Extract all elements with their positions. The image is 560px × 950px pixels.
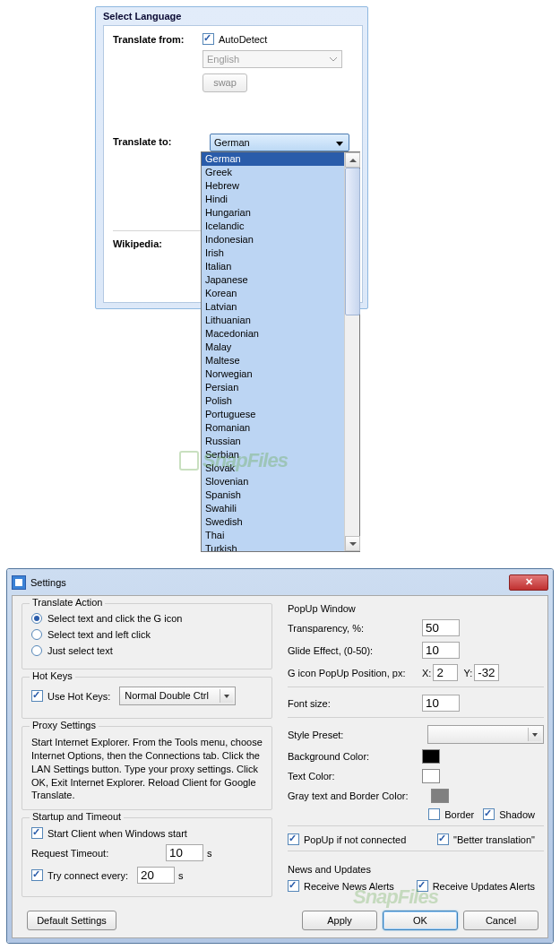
- graycolor-label: Gray text and Border Color:: [288, 790, 431, 801]
- seconds-unit: s: [178, 870, 184, 881]
- popup-group: PopUp Window Transparency, %: Glide Effe…: [286, 603, 546, 864]
- start-client-checkbox[interactable]: Start Client when Windows start: [31, 827, 187, 839]
- radio-label: Select text and left click: [47, 629, 151, 640]
- proxy-instructions: Start Internet Explorer. From the Tools …: [31, 736, 263, 802]
- seconds-unit: s: [207, 848, 212, 859]
- dropdown-option[interactable]: Russian: [202, 435, 344, 448]
- dropdown-option[interactable]: Maltese: [202, 354, 344, 367]
- autodetect-label: AutoDetect: [219, 34, 267, 45]
- popup-legend: PopUp Window: [288, 603, 544, 614]
- radio-option-leftclick[interactable]: Select text and left click: [31, 629, 263, 640]
- translate-to-combo[interactable]: German: [210, 134, 349, 151]
- dropdown-option[interactable]: Lithuanian: [202, 314, 344, 327]
- dropdown-option[interactable]: Swedish: [202, 515, 344, 529]
- try-connect-input[interactable]: [137, 867, 175, 884]
- bgcolor-swatch[interactable]: [422, 749, 440, 764]
- close-button[interactable]: [509, 574, 548, 591]
- fontsize-input[interactable]: [422, 695, 460, 712]
- dropdown-option[interactable]: Irish: [202, 246, 344, 260]
- translate-action-legend: Translate Action: [30, 597, 105, 608]
- watermark: SnapFiles: [179, 449, 288, 472]
- dropdown-option[interactable]: Romanian: [202, 421, 344, 435]
- dropdown-option[interactable]: Polish: [202, 394, 344, 408]
- x-label: X:: [422, 668, 431, 678]
- stylepreset-label: Style Preset:: [288, 730, 368, 740]
- dropdown-option[interactable]: Portuguese: [202, 408, 344, 421]
- try-connect-checkbox[interactable]: Try connect every:: [31, 869, 128, 881]
- popup-notconn-checkbox[interactable]: PopUp if not connected: [288, 833, 406, 845]
- translate-from-combo[interactable]: English: [202, 50, 342, 68]
- hotkeys-group: Hot Keys Use Hot Keys: Normal Double Ctr…: [22, 677, 272, 719]
- dropdown-option[interactable]: Greek: [202, 166, 344, 179]
- gicon-x-input[interactable]: [433, 664, 458, 681]
- updates-alerts-label: Receive Updates Alerts: [433, 881, 535, 892]
- dropdown-option[interactable]: Thai: [202, 529, 344, 542]
- glide-label: Glide Effect, (0-50):: [288, 645, 422, 656]
- startup-legend: Startup and Timeout: [30, 811, 124, 822]
- autodetect-checkbox[interactable]: [202, 33, 214, 45]
- scrollbar[interactable]: [344, 152, 359, 551]
- y-label: Y:: [463, 668, 472, 678]
- dropdown-items: GermanGreekHebrewHindiHungarianIcelandic…: [202, 152, 344, 551]
- dropdown-option[interactable]: Indonesian: [202, 233, 344, 246]
- transparency-label: Transparency, %:: [288, 623, 422, 634]
- dropdown-option[interactable]: Italian: [202, 260, 344, 273]
- swap-button[interactable]: swap: [202, 73, 247, 92]
- dropdown-option[interactable]: Persian: [202, 381, 344, 394]
- try-connect-label: Try connect every:: [47, 870, 128, 881]
- chevron-down-icon: [528, 728, 541, 741]
- dropdown-option[interactable]: Hebrew: [202, 179, 344, 193]
- shadow-checkbox[interactable]: Shadow: [483, 808, 535, 820]
- popup-notconn-label: PopUp if not connected: [304, 834, 406, 845]
- use-hotkeys-checkbox[interactable]: Use Hot Keys:: [31, 690, 110, 702]
- cancel-button[interactable]: Cancel: [463, 911, 538, 930]
- dropdown-option[interactable]: Spanish: [202, 488, 344, 502]
- dropdown-option[interactable]: Norwegian: [202, 367, 344, 381]
- dropdown-option[interactable]: Japanese: [202, 273, 344, 287]
- ok-button[interactable]: OK: [383, 911, 458, 930]
- proxy-legend: Proxy Settings: [30, 720, 99, 730]
- proxy-group: Proxy Settings Start Internet Explorer. …: [22, 726, 272, 810]
- dropdown-option[interactable]: Swahili: [202, 502, 344, 515]
- dropdown-option[interactable]: German: [202, 152, 344, 166]
- textcolor-swatch[interactable]: [422, 769, 440, 783]
- dropdown-option[interactable]: Slovenian: [202, 475, 344, 488]
- scroll-up-icon[interactable]: [345, 152, 360, 168]
- better-trans-checkbox[interactable]: "Better translation": [437, 833, 535, 845]
- translate-to-label: Translate to:: [113, 136, 171, 147]
- transparency-input[interactable]: [422, 619, 460, 636]
- dropdown-option[interactable]: Latvian: [202, 300, 344, 314]
- titlebar: Settings: [12, 574, 548, 592]
- dropdown-option[interactable]: Icelandic: [202, 220, 344, 233]
- dropdown-option[interactable]: Korean: [202, 287, 344, 300]
- gicon-y-input[interactable]: [474, 664, 499, 681]
- default-settings-button[interactable]: Default Settings: [27, 911, 116, 930]
- hotkeys-legend: Hot Keys: [30, 670, 75, 681]
- textcolor-label: Text Color:: [288, 771, 422, 782]
- settings-client: Translate Action Select text and click t…: [12, 595, 548, 938]
- request-timeout-input[interactable]: [166, 844, 203, 861]
- radio-option-gicon[interactable]: Select text and click the G icon: [31, 613, 263, 624]
- border-checkbox[interactable]: Border: [428, 808, 474, 820]
- radio-option-justselect[interactable]: Just select text: [31, 645, 263, 656]
- scroll-down-icon[interactable]: [345, 536, 360, 551]
- radio-label: Just select text: [47, 645, 113, 656]
- graycolor-swatch[interactable]: [431, 789, 449, 803]
- start-client-label: Start Client when Windows start: [47, 828, 187, 839]
- app-icon: [12, 575, 26, 590]
- apply-button[interactable]: Apply: [302, 911, 377, 930]
- better-trans-label: "Better translation": [453, 834, 535, 845]
- dropdown-option[interactable]: Turkish: [202, 542, 344, 551]
- glide-input[interactable]: [422, 642, 460, 659]
- bgcolor-label: Background Color:: [288, 751, 422, 762]
- scroll-thumb[interactable]: [345, 168, 360, 315]
- dropdown-option[interactable]: Malay: [202, 341, 344, 354]
- dropdown-option[interactable]: Hindi: [202, 193, 344, 206]
- dropdown-option[interactable]: Hungarian: [202, 206, 344, 220]
- stylepreset-combo[interactable]: [427, 725, 544, 744]
- translate-from-label: Translate from:: [113, 34, 202, 45]
- translate-to-value: German: [214, 137, 250, 148]
- translate-from-value: English: [207, 54, 239, 65]
- hotkey-mode-combo[interactable]: Normal Double Ctrl: [119, 687, 236, 705]
- dropdown-option[interactable]: Macedonian: [202, 327, 344, 341]
